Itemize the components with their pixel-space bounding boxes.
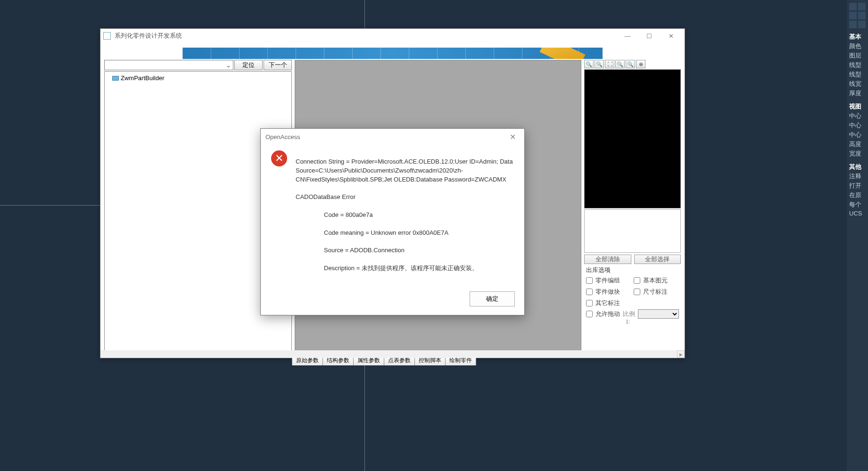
scroll-right-icon[interactable]: ▸	[677, 350, 685, 358]
rail-icon[interactable]	[849, 3, 857, 10]
dialog-message: Connection String = Provider=Microsoft.A…	[296, 149, 514, 282]
rail-label[interactable]: 每个	[848, 200, 867, 209]
search-combo[interactable]: ⌄	[104, 60, 233, 70]
next-button[interactable]: 下一个	[264, 60, 292, 70]
rail-label: 视图	[848, 102, 867, 111]
rail-label[interactable]: 线型	[848, 60, 867, 70]
msg-meaning: Code meaning = Unknown error 0x800A0E7A	[296, 229, 514, 238]
msg-code: Code = 800a0e7a	[296, 211, 514, 220]
rail-icon[interactable]	[858, 12, 866, 19]
clear-all-button[interactable]: 全部清除	[584, 255, 631, 264]
check-other[interactable]: 其它标注	[586, 299, 632, 307]
check-label: 零件做块	[595, 288, 620, 296]
scale-select[interactable]	[638, 309, 679, 319]
dialog-titlebar[interactable]: OpenAccess ✕	[261, 129, 524, 145]
rail-label[interactable]: 中心	[848, 111, 867, 121]
rail-icon[interactable]	[849, 21, 857, 28]
rail-label[interactable]: 打开	[848, 181, 867, 190]
rail-label[interactable]: 注释	[848, 172, 867, 181]
dialog-title: OpenAccess	[265, 133, 300, 140]
tree-icon	[112, 76, 119, 81]
locate-button[interactable]: 定位	[234, 60, 263, 70]
error-dialog: OpenAccess ✕ ✕ Connection String = Provi…	[260, 128, 525, 315]
maximize-button[interactable]: ☐	[638, 29, 660, 42]
out-options-label: 出库选项	[584, 264, 681, 275]
rail-label[interactable]: 在原	[848, 190, 867, 200]
check-group[interactable]: 零件编组	[586, 276, 632, 285]
check-drag[interactable]: 允许拖动	[586, 310, 620, 318]
select-all-button[interactable]: 全部选择	[634, 255, 681, 264]
locate-label: 定位	[242, 61, 255, 69]
scale-readout: 1:	[584, 319, 681, 324]
dialog-close-button[interactable]: ✕	[506, 131, 520, 143]
right-tool-rail: 基本 颜色 图层 线型 线型 线宽 厚度 视图 中心 中心 中心 高度 宽度 其…	[847, 0, 868, 471]
rail-label[interactable]: 宽度	[848, 149, 867, 158]
check-label: 零件编组	[595, 276, 620, 285]
rail-label[interactable]: 颜色	[848, 41, 867, 51]
msg-desc: Description = 未找到提供程序。该程序可能未正确安装。	[296, 264, 514, 273]
zoom-center-icon[interactable]: ⊕	[636, 60, 645, 68]
rail-icon[interactable]	[858, 3, 866, 10]
next-label: 下一个	[269, 61, 287, 69]
ok-button[interactable]: 确定	[470, 291, 515, 306]
rail-label: 其他	[848, 162, 867, 172]
titlebar[interactable]: 系列化零件设计开发系统 — ☐ ✕	[100, 29, 685, 43]
rail-label[interactable]: 中心	[848, 130, 867, 140]
rail-label[interactable]: 厚度	[848, 89, 867, 98]
check-block[interactable]: 零件做块	[586, 288, 632, 296]
rail-label[interactable]: 线型	[848, 70, 867, 79]
check-label: 尺寸标注	[643, 288, 668, 296]
rail-label[interactable]: UCS	[848, 209, 867, 217]
zoom-in-icon[interactable]: 🔍	[584, 60, 594, 68]
rail-icon[interactable]	[858, 21, 866, 28]
check-label: 其它标注	[595, 299, 620, 307]
zoom-out-icon[interactable]: 🔍	[595, 60, 604, 68]
window-title: 系列化零件设计开发系统	[115, 32, 182, 40]
zoom-extents-icon[interactable]: ⛶	[605, 60, 614, 68]
header-banner	[182, 48, 603, 59]
scale-label: 比例	[623, 310, 635, 318]
chevron-down-icon: ⌄	[226, 62, 231, 69]
check-basic[interactable]: 基本图元	[634, 276, 679, 285]
rail-icon[interactable]	[849, 12, 857, 19]
preview[interactable]	[584, 69, 681, 208]
rail-label[interactable]: 高度	[848, 140, 867, 149]
msg-source: Source = ADODB.Connection	[296, 246, 514, 255]
selection-list[interactable]	[584, 209, 681, 253]
error-icon: ✕	[271, 150, 287, 166]
tree-root-label: ZwmPartBuilder	[121, 74, 164, 82]
zoom-window-icon[interactable]: 🔍	[615, 60, 625, 68]
rail-label[interactable]: 中心	[848, 121, 867, 130]
app-icon	[103, 32, 111, 40]
zoom-prev-icon[interactable]: 🔍	[626, 60, 635, 68]
msg-err: CADODataBase Error	[296, 193, 355, 200]
close-button[interactable]: ✕	[660, 29, 682, 42]
h-scrollbar[interactable]: ▸	[100, 350, 685, 358]
tree-root-node[interactable]: ZwmPartBuilder	[107, 74, 289, 83]
rail-label[interactable]: 图层	[848, 51, 867, 60]
check-label: 允许拖动	[595, 310, 620, 318]
rail-label[interactable]: 线宽	[848, 79, 867, 89]
msg-conn: Connection String = Provider=Microsoft.A…	[296, 158, 513, 183]
check-label: 基本图元	[643, 276, 668, 285]
rail-label: 基本	[848, 32, 867, 41]
check-dim[interactable]: 尺寸标注	[634, 288, 679, 296]
minimize-button[interactable]: —	[617, 29, 638, 42]
